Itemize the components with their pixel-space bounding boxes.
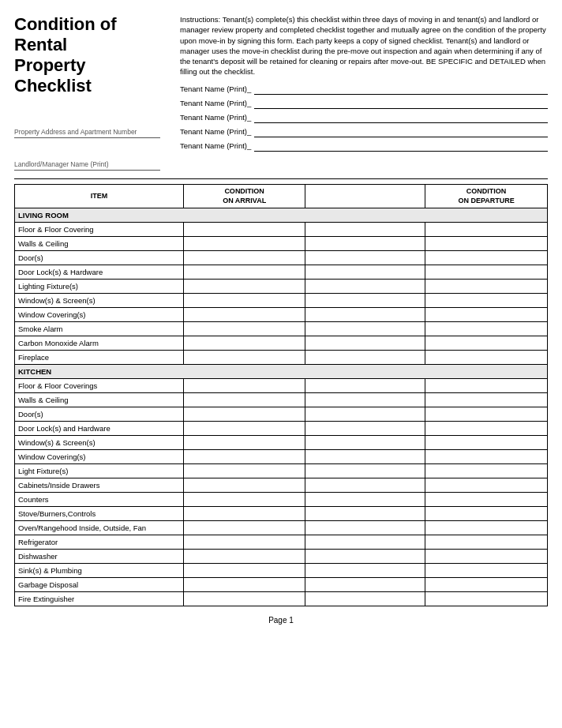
arrival-cell2-1-3[interactable] — [305, 422, 425, 436]
item-cell-1-0: Floor & Floor Coverings — [15, 379, 184, 393]
arrival-cell1-1-3[interactable] — [183, 422, 305, 436]
arrival-cell2-0-2[interactable] — [305, 251, 425, 265]
departure-cell-0-2[interactable] — [425, 251, 548, 265]
property-address-label: Property Address and Apartment Number — [14, 128, 160, 138]
arrival-cell2-1-8[interactable] — [305, 493, 425, 507]
departure-cell-0-6[interactable] — [425, 308, 548, 322]
arrival-cell1-1-9[interactable] — [183, 507, 305, 521]
departure-cell-1-10[interactable] — [425, 521, 548, 535]
arrival-cell2-1-5[interactable] — [305, 450, 425, 464]
departure-cell-1-12[interactable] — [425, 550, 548, 564]
item-cell-0-4: Lighting Fixture(s) — [15, 280, 184, 294]
arrival-cell1-0-9[interactable] — [183, 351, 305, 365]
departure-cell-1-3[interactable] — [425, 422, 548, 436]
arrival-cell1-0-4[interactable] — [183, 280, 305, 294]
departure-cell-0-7[interactable] — [425, 322, 548, 336]
departure-cell-1-8[interactable] — [425, 493, 548, 507]
arrival-cell2-0-1[interactable] — [305, 237, 425, 251]
arrival-cell2-0-3[interactable] — [305, 265, 425, 280]
arrival-cell1-0-6[interactable] — [183, 308, 305, 322]
tenant-line-2[interactable] — [254, 112, 548, 123]
departure-cell-1-14[interactable] — [425, 578, 548, 592]
arrival-cell2-0-0[interactable] — [305, 223, 425, 237]
departure-cell-0-4[interactable] — [425, 280, 548, 294]
departure-cell-1-2[interactable] — [425, 407, 548, 422]
arrival-cell1-1-14[interactable] — [183, 578, 305, 592]
departure-cell-1-11[interactable] — [425, 535, 548, 550]
arrival-cell1-1-5[interactable] — [183, 450, 305, 464]
instructions-text: Instructions: Tenant(s) complete(s) this… — [180, 14, 548, 77]
arrival-cell2-1-15[interactable] — [305, 592, 425, 606]
departure-cell-1-1[interactable] — [425, 393, 548, 407]
departure-cell-0-0[interactable] — [425, 223, 548, 237]
tenant-line-1[interactable] — [254, 98, 548, 109]
tenant-line-3[interactable] — [254, 126, 548, 137]
arrival-cell1-1-10[interactable] — [183, 521, 305, 535]
departure-cell-0-8[interactable] — [425, 336, 548, 351]
departure-cell-0-1[interactable] — [425, 237, 548, 251]
arrival-cell2-1-4[interactable] — [305, 436, 425, 450]
arrival-cell1-1-2[interactable] — [183, 407, 305, 422]
arrival-cell2-1-10[interactable] — [305, 521, 425, 535]
departure-cell-0-5[interactable] — [425, 294, 548, 308]
departure-cell-1-7[interactable] — [425, 478, 548, 493]
arrival-cell2-1-1[interactable] — [305, 393, 425, 407]
departure-cell-1-9[interactable] — [425, 507, 548, 521]
arrival-cell2-1-7[interactable] — [305, 478, 425, 493]
table-row: Garbage Disposal — [15, 578, 548, 592]
arrival-cell2-1-2[interactable] — [305, 407, 425, 422]
arrival-cell1-1-0[interactable] — [183, 379, 305, 393]
arrival-cell2-1-12[interactable] — [305, 550, 425, 564]
arrival-cell2-0-4[interactable] — [305, 280, 425, 294]
arrival-cell1-1-6[interactable] — [183, 464, 305, 478]
table-row: Refrigerator — [15, 535, 548, 550]
arrival-cell1-1-8[interactable] — [183, 493, 305, 507]
arrival-cell1-0-1[interactable] — [183, 237, 305, 251]
arrival-cell2-0-6[interactable] — [305, 308, 425, 322]
table-row: Light Fixture(s) — [15, 464, 548, 478]
departure-cell-1-5[interactable] — [425, 450, 548, 464]
arrival-cell2-0-9[interactable] — [305, 351, 425, 365]
arrival-cell2-0-5[interactable] — [305, 294, 425, 308]
arrival-cell1-0-5[interactable] — [183, 294, 305, 308]
arrival-cell1-1-1[interactable] — [183, 393, 305, 407]
arrival-cell1-1-12[interactable] — [183, 550, 305, 564]
arrival-cell1-1-15[interactable] — [183, 592, 305, 606]
arrival-cell2-1-0[interactable] — [305, 379, 425, 393]
arrival-cell1-0-2[interactable] — [183, 251, 305, 265]
tenant-line-4[interactable] — [254, 141, 548, 152]
arrival-cell1-1-13[interactable] — [183, 564, 305, 578]
item-cell-1-6: Light Fixture(s) — [15, 464, 184, 478]
table-row: Fire Extinguisher — [15, 592, 548, 606]
arrival-cell1-1-7[interactable] — [183, 478, 305, 493]
departure-cell-0-3[interactable] — [425, 265, 548, 280]
arrival-cell2-1-13[interactable] — [305, 564, 425, 578]
arrival-cell1-1-11[interactable] — [183, 535, 305, 550]
arrival-cell1-0-7[interactable] — [183, 322, 305, 336]
table-row: Window(s) & Screen(s) — [15, 294, 548, 308]
section-header-0: LIVING ROOM — [15, 208, 548, 223]
tenant-line-0[interactable] — [254, 84, 548, 95]
table-row: Smoke Alarm — [15, 322, 548, 336]
arrival-cell1-0-8[interactable] — [183, 336, 305, 351]
arrival-cell1-0-0[interactable] — [183, 223, 305, 237]
arrival-cell2-1-14[interactable] — [305, 578, 425, 592]
arrival-cell1-1-4[interactable] — [183, 436, 305, 450]
departure-cell-1-13[interactable] — [425, 564, 548, 578]
arrival-cell2-1-11[interactable] — [305, 535, 425, 550]
page-title: Condition of Rental Property Checklist — [14, 14, 172, 96]
table-row: Walls & Ceiling — [15, 393, 548, 407]
arrival-cell2-0-7[interactable] — [305, 322, 425, 336]
departure-cell-0-9[interactable] — [425, 351, 548, 365]
arrival-cell1-0-3[interactable] — [183, 265, 305, 280]
table-row: Door Lock(s) & Hardware — [15, 265, 548, 280]
departure-cell-1-15[interactable] — [425, 592, 548, 606]
departure-cell-1-6[interactable] — [425, 464, 548, 478]
departure-cell-1-4[interactable] — [425, 436, 548, 450]
table-row: Walls & Ceiling — [15, 237, 548, 251]
tenant-label-2: Tenant Name (Print)_ — [180, 113, 251, 122]
arrival-cell2-1-6[interactable] — [305, 464, 425, 478]
arrival-cell2-1-9[interactable] — [305, 507, 425, 521]
departure-cell-1-0[interactable] — [425, 379, 548, 393]
arrival-cell2-0-8[interactable] — [305, 336, 425, 351]
